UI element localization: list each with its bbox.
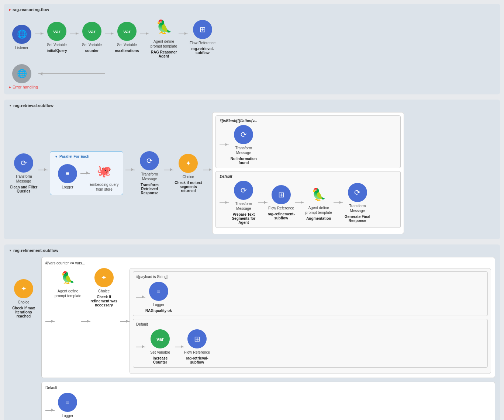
parallel-foreach-title: ▼ Parallel For Each xyxy=(55,155,118,159)
transform-retrieved-sublabel: Transform RetrievedResponse xyxy=(135,183,164,195)
default-outer-box: Default ≡ Logger Reached maxiterations xyxy=(41,382,495,420)
rag-retrieval-flow-container: rag-retrieval-subflow ⟳ Transform Messag… xyxy=(4,100,500,239)
logger-icon: ≡ xyxy=(58,164,77,183)
choice-no-text-node[interactable]: ✦ Choice Check if no textsegments return… xyxy=(173,154,203,193)
choice-refinement-label: Choice xyxy=(98,289,110,294)
transform-retrieved-node[interactable]: ⟳ Transform Message Transform RetrievedR… xyxy=(135,151,164,195)
arrow-ps xyxy=(136,297,145,298)
counter-condition-box: #[vars.counter <= vars... 🦜 Agent define… xyxy=(41,257,495,378)
refinement-right-col: #[vars.counter <= vars... 🦜 Agent define… xyxy=(41,257,495,420)
logger-max-icon: ≡ xyxy=(58,393,77,412)
arrow-d2 xyxy=(258,202,267,203)
set-var-1-icon: var xyxy=(47,22,66,41)
arrow-4 xyxy=(140,34,149,34)
rag-refinement-flow-container: rag-refinement-subflow ✦ Choice Check if… xyxy=(4,244,500,420)
parallel-nodes: ≡ Logger 🐙 Embedding queryfrom store xyxy=(55,162,118,192)
set-var-initialquery-node[interactable]: var Set Variable initialQuery xyxy=(44,22,70,53)
arrow-to-choice xyxy=(164,170,173,170)
set-var-3-icon: var xyxy=(117,22,137,41)
transform-clean-label: Transform Message xyxy=(9,174,38,184)
branches-box: #[isBlank({{flatten(v... ⟳ Transform Mes… xyxy=(212,112,404,234)
listener-node[interactable]: 🌐 Listener xyxy=(9,25,35,50)
set-var-3-sublabel: maxIterations xyxy=(115,49,139,53)
no-info-label: Transform Message xyxy=(229,146,258,155)
default-nested-label: Default xyxy=(136,322,484,326)
logger-ok-sublabel: RAG quality ok xyxy=(145,309,172,313)
arrow-no-info xyxy=(220,145,229,145)
flow-ref3-node[interactable]: ⊞ Flow Reference rag-retrieval-subflow xyxy=(184,329,210,364)
default-outer-row: ≡ Logger Reached maxiterations xyxy=(45,393,491,420)
logger-max-label: Logger xyxy=(62,413,73,418)
back-node[interactable]: 🌐 xyxy=(9,64,35,83)
augmentation-icon: 🦜 xyxy=(309,185,328,204)
flow-ref-icon: ⊞ xyxy=(193,20,212,39)
rag-refinement-ref-icon: ⊞ xyxy=(272,185,291,204)
agent-define-node[interactable]: 🦜 Agent define prompt template RAG Reaso… xyxy=(149,16,179,58)
arrow-1 xyxy=(35,34,44,34)
agent-define-refine-icon: 🦜 xyxy=(58,268,77,287)
parallel-foreach-box: ▼ Parallel For Each ≡ Logger 🐙 Embedding… xyxy=(50,151,123,195)
arrow-clean xyxy=(38,170,48,170)
refinement-main: ✦ Choice Check if maxiterations reached … xyxy=(9,257,495,420)
choice-refinement-node[interactable]: ✦ Choice Check ifrefinement wasnecessary xyxy=(90,268,117,307)
embed-node[interactable]: 🐙 Embedding queryfrom store xyxy=(90,162,118,192)
default-nested-row: var Set Variable Increase Counter ⊞ Flow… xyxy=(136,329,484,364)
logger-node[interactable]: ≡ Logger xyxy=(55,164,80,190)
transform-clean-icon: ⟳ xyxy=(14,153,33,173)
set-var-2-sublabel: counter xyxy=(85,49,99,53)
gen-final-node[interactable]: ⟳ Transform Message Generate FinalRespon… xyxy=(343,183,372,223)
agent-define-refine-node[interactable]: 🦜 Agent defineprompt template xyxy=(55,268,81,298)
arrow-parallel xyxy=(80,173,90,174)
augmentation-node[interactable]: 🦜 Agent define prompt template Augmentat… xyxy=(304,185,334,221)
back-arrow-section: 🌐 xyxy=(9,64,495,83)
flow-ref-node[interactable]: ⊞ Flow Reference rag-retrieval-subflow xyxy=(188,20,217,55)
choice-no-text-label-top: Choice xyxy=(183,174,194,179)
transform-retrieved-icon: ⟳ xyxy=(140,151,159,170)
arrow-d4 xyxy=(334,202,343,203)
set-var-maxiterations-node[interactable]: var Set Variable maxIterations xyxy=(114,22,140,53)
agent-define-label: Agent define prompt template xyxy=(149,39,179,49)
gen-final-icon: ⟳ xyxy=(348,183,367,202)
back-arrow-line xyxy=(38,73,105,74)
set-var-2-label: Set Variable xyxy=(82,42,102,47)
arrow-d3 xyxy=(295,202,304,203)
choice-max-iter-icon: ✦ xyxy=(14,279,33,298)
arrow-5 xyxy=(179,34,188,34)
flow-ref3-sublabel: rag-retrieval-subflow xyxy=(186,356,208,364)
reasoning-nodes-row: 🌐 Listener var Set Variable initialQuery… xyxy=(9,16,495,58)
flow-ref3-label: Flow Reference xyxy=(184,350,210,355)
gen-final-label: Transform Message xyxy=(343,204,372,213)
transform-clean-sublabel: Clean and FilterQueries xyxy=(10,185,37,193)
prep-text-sublabel: Prepare TextSegments for Agent xyxy=(229,212,258,225)
default-row: ⟳ Transform Message Prepare TextSegments… xyxy=(220,181,397,225)
agent-define-refine-label: Agent defineprompt template xyxy=(55,289,81,298)
choice-max-iter-node[interactable]: ✦ Choice Check if maxiterations reached xyxy=(9,279,38,318)
back-globe-icon: 🌐 xyxy=(12,64,31,83)
rag-refinement-ref-node[interactable]: ⊞ Flow Reference rag-refinement-subflow xyxy=(267,185,294,220)
flow-ref3-icon: ⊞ xyxy=(187,329,207,348)
choice-max-iter-sublabel: Check if maxiterations reached xyxy=(9,306,38,318)
set-var-inc-icon: var xyxy=(151,329,170,348)
logger-ok-label: Logger xyxy=(153,302,164,307)
arrow-to-branches xyxy=(203,170,212,170)
payload-string-label: #[payload is String] xyxy=(136,275,484,279)
arrow-do xyxy=(45,410,55,411)
no-info-icon: ⟳ xyxy=(234,125,253,144)
default-label: Default xyxy=(220,174,397,178)
prep-text-node[interactable]: ⟳ Transform Message Prepare TextSegments… xyxy=(229,181,258,225)
logger-label: Logger xyxy=(62,185,73,190)
no-info-node[interactable]: ⟳ Transform Message No Informationfound xyxy=(229,125,258,165)
set-var-counter-node[interactable]: var Set Variable counter xyxy=(79,22,105,53)
nested-branches-box: #[payload is String] ≡ Logger RAG qualit… xyxy=(130,268,491,374)
counter-inner: 🦜 Agent defineprompt template ✦ Choice C… xyxy=(45,268,491,374)
logger-ok-node[interactable]: ≡ Logger RAG quality ok xyxy=(145,282,172,313)
logger-max-node[interactable]: ≡ Logger Reached maxiterations xyxy=(55,393,80,420)
gen-final-sublabel: Generate FinalResponse xyxy=(345,215,370,223)
agent-define-sublabel: RAG Reasoner Agent xyxy=(149,50,179,58)
choice-refinement-sublabel: Check ifrefinement wasnecessary xyxy=(90,295,117,307)
transform-clean-node[interactable]: ⟳ Transform Message Clean and FilterQuer… xyxy=(9,153,38,193)
no-info-branch: #[isBlank({{flatten(v... ⟳ Transform Mes… xyxy=(215,115,401,168)
choice-refinement-icon: ✦ xyxy=(94,268,114,287)
set-var-inc-sublabel: Increase Counter xyxy=(145,356,175,364)
set-var-inc-node[interactable]: var Set Variable Increase Counter xyxy=(145,329,175,364)
